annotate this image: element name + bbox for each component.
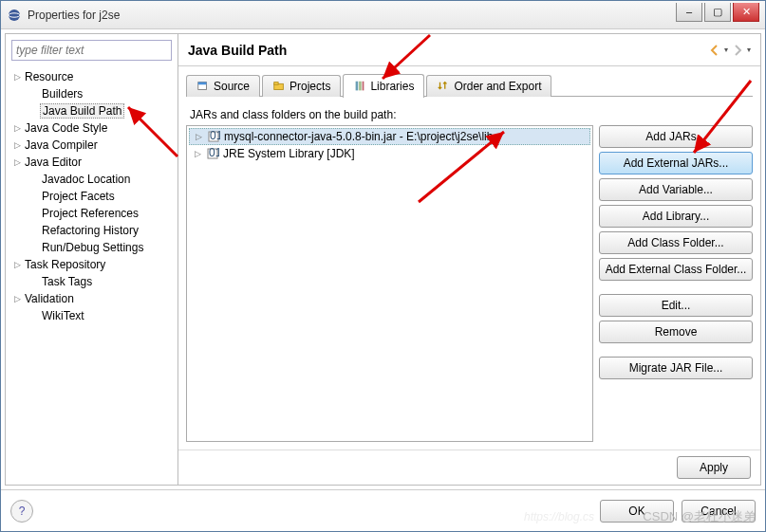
tree-twisty-icon[interactable]: ▷ — [11, 157, 23, 167]
tree-twisty-icon[interactable]: ▷ — [193, 149, 202, 158]
tree-twisty-icon[interactable]: ▷ — [11, 72, 23, 82]
window-title: Properties for j2se — [28, 9, 676, 22]
tree-twisty-icon[interactable]: ▷ — [11, 140, 23, 150]
add-class-folder-button[interactable]: Add Class Folder... — [599, 231, 753, 254]
tab-icon — [272, 80, 286, 93]
help-icon[interactable]: ? — [10, 500, 33, 523]
sidebar-item-label: Refactoring History — [40, 224, 140, 237]
sidebar-item[interactable]: ▷Java Code Style — [6, 119, 177, 137]
sidebar-item-label: Project References — [40, 207, 140, 220]
property-tree[interactable]: ▷ResourceBuildersJava Build Path▷Java Co… — [6, 66, 177, 485]
jar-item[interactable]: ▷010mysql-connector-java-5.0.8-bin.jar -… — [189, 128, 590, 145]
jar-list[interactable]: ▷010mysql-connector-java-5.0.8-bin.jar -… — [186, 125, 593, 442]
sidebar-item-label: Task Repository — [23, 258, 107, 271]
sidebar-item[interactable]: WikiText — [6, 307, 177, 324]
sidebar-item[interactable]: Task Tags — [6, 273, 177, 290]
add-library-button[interactable]: Add Library... — [599, 205, 753, 228]
add-jars-button[interactable]: Add JARs... — [599, 125, 753, 148]
jar-item[interactable]: ▷010JRE System Library [JDK] — [189, 145, 590, 162]
jar-icon: 010 — [206, 147, 219, 160]
tab-label: Source — [214, 80, 250, 93]
sidebar-item[interactable]: ▷Validation — [6, 290, 177, 307]
tab[interactable]: Order and Export — [426, 75, 551, 97]
sidebar-item-label: Resource — [23, 70, 75, 83]
svg-rect-6 — [356, 82, 359, 91]
sidebar-item-label: Java Compiler — [23, 138, 100, 152]
tab-icon — [196, 80, 210, 93]
sidebar-item[interactable]: Java Build Path — [6, 102, 177, 119]
eclipse-icon — [7, 8, 22, 23]
sidebar-item[interactable]: Run/Debug Settings — [6, 239, 177, 256]
cancel-button[interactable]: Cancel — [682, 500, 756, 523]
sidebar-item-label: Java Code Style — [23, 121, 109, 135]
svg-rect-5 — [274, 83, 278, 85]
svg-text:010: 010 — [210, 130, 220, 142]
tree-twisty-icon[interactable]: ▷ — [11, 123, 23, 133]
svg-rect-3 — [198, 83, 207, 85]
page-title: Java Build Path — [188, 43, 707, 58]
tab[interactable]: Libraries — [343, 74, 424, 98]
add-external-jars-button[interactable]: Add External JARs... — [599, 152, 753, 174]
titlebar: Properties for j2se – ▢ ✕ — [1, 1, 765, 29]
sidebar-item[interactable]: Project References — [6, 205, 177, 222]
sidebar-item[interactable]: Refactoring History — [6, 222, 177, 239]
tab-label: Projects — [290, 80, 330, 93]
tree-twisty-icon[interactable]: ▷ — [11, 260, 23, 269]
edit-button[interactable]: Edit... — [599, 294, 753, 317]
close-button[interactable]: ✕ — [733, 3, 759, 22]
sidebar-item[interactable]: ▷Java Compiler — [6, 137, 177, 154]
svg-point-0 — [9, 9, 20, 21]
sidebar-item[interactable]: Project Facets — [6, 188, 177, 205]
tab-label: Libraries — [370, 80, 414, 93]
sidebar-item-label: Project Facets — [40, 190, 117, 203]
tab-label: Order and Export — [454, 80, 541, 93]
sidebar: ▷ResourceBuildersJava Build Path▷Java Co… — [6, 34, 178, 485]
sidebar-item-label: Validation — [23, 292, 76, 305]
sidebar-item-label: Run/Debug Settings — [40, 241, 145, 254]
tree-twisty-icon[interactable]: ▷ — [11, 294, 23, 303]
jar-label: mysql-connector-java-5.0.8-bin.jar - E:\… — [224, 130, 493, 143]
sidebar-item[interactable]: Javadoc Location — [6, 171, 177, 188]
sidebar-item-label: Builders — [40, 87, 84, 101]
tab-icon — [437, 80, 450, 93]
jar-label: JRE System Library [JDK] — [223, 147, 355, 160]
sidebar-item[interactable]: ▷Java Editor — [6, 154, 177, 171]
maximize-button[interactable]: ▢ — [704, 3, 731, 22]
add-variable-button[interactable]: Add Variable... — [599, 178, 753, 201]
tab[interactable]: Projects — [262, 75, 341, 97]
remove-button[interactable]: Remove — [599, 321, 753, 343]
sidebar-item-label: Task Tags — [40, 275, 94, 288]
list-description: JARs and class folders on the build path… — [180, 108, 760, 121]
back-menu-icon[interactable]: ▾ — [724, 46, 728, 54]
sidebar-item-label: Javadoc Location — [40, 173, 132, 186]
back-icon[interactable] — [707, 43, 722, 58]
forward-icon[interactable] — [730, 43, 745, 58]
sidebar-item-label: WikiText — [40, 309, 86, 322]
ok-button[interactable]: OK — [600, 500, 674, 523]
tab-icon — [353, 80, 366, 93]
forward-menu-icon[interactable]: ▾ — [747, 46, 751, 54]
filter-input[interactable] — [11, 40, 172, 61]
apply-button[interactable]: Apply — [677, 456, 751, 479]
svg-text:010: 010 — [209, 147, 219, 159]
add-external-class-folder-button[interactable]: Add External Class Folder... — [599, 258, 753, 281]
svg-rect-7 — [360, 82, 363, 91]
tab[interactable]: Source — [186, 75, 260, 97]
jar-icon: 010 — [207, 130, 220, 143]
sidebar-item[interactable]: ▷Resource — [6, 68, 177, 85]
svg-rect-8 — [363, 82, 364, 91]
tree-twisty-icon[interactable]: ▷ — [194, 132, 203, 141]
sidebar-item[interactable]: Builders — [6, 85, 177, 102]
sidebar-item[interactable]: ▷Task Repository — [6, 256, 177, 273]
minimize-button[interactable]: – — [676, 3, 702, 22]
sidebar-item-label: Java Build Path — [40, 103, 124, 119]
tabs: SourceProjectsLibrariesOrder and Export — [186, 74, 753, 97]
migrate-jar-button[interactable]: Migrate JAR File... — [599, 357, 753, 379]
sidebar-item-label: Java Editor — [23, 156, 84, 169]
